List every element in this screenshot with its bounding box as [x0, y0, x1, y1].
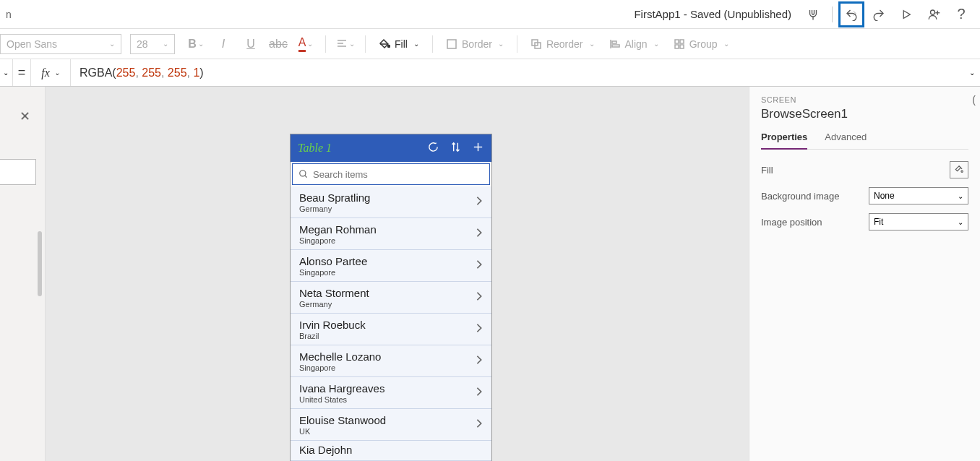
sort-icon[interactable] — [450, 141, 462, 156]
refresh-icon[interactable] — [427, 141, 439, 156]
font-color-button[interactable]: A⌄ — [293, 33, 318, 55]
reorder-button[interactable]: Reorder⌄ — [525, 33, 601, 55]
equals-sign: = — [13, 65, 30, 80]
chevron-right-icon — [476, 323, 483, 336]
tab-properties[interactable]: Properties — [761, 132, 807, 150]
chevron-right-icon — [476, 259, 483, 272]
font-size-dropdown[interactable]: 28⌄ — [130, 34, 175, 54]
list-item[interactable]: Alonso ParteeSingapore — [291, 250, 491, 282]
list-item[interactable]: Megan RohmanSingapore — [291, 218, 491, 250]
svg-point-8 — [388, 45, 390, 47]
fill-button[interactable]: Fill⌄ — [373, 33, 425, 55]
chevron-right-icon — [476, 355, 483, 368]
svg-rect-9 — [447, 40, 456, 48]
list-item[interactable]: Kia Dejohn — [291, 441, 491, 461]
italic-button[interactable]: I — [211, 33, 236, 55]
close-icon[interactable]: ✕ — [20, 108, 30, 124]
scrollbar[interactable] — [38, 231, 42, 296]
svg-point-2 — [931, 10, 935, 14]
undo-button[interactable] — [838, 1, 864, 27]
play-button[interactable] — [893, 1, 919, 27]
list-item[interactable]: Mechelle LozanoSingapore — [291, 345, 491, 377]
app-checker-icon[interactable] — [800, 1, 826, 27]
app-title: Table 1 — [298, 142, 332, 155]
formula-input[interactable]: RGBA(255, 255, 255, 1) — [71, 59, 963, 86]
border-button[interactable]: Border⌄ — [440, 33, 510, 55]
group-button[interactable]: Group⌄ — [668, 33, 735, 55]
redo-button[interactable] — [866, 1, 892, 27]
app-preview[interactable]: Table 1 Beau SpratlingGermany Megan Rohm… — [290, 134, 492, 461]
screen-name: BrowseScreen1 — [761, 107, 968, 121]
chevron-right-icon — [476, 291, 483, 304]
app-header: Table 1 — [291, 134, 491, 162]
bgimage-dropdown[interactable]: None⌄ — [869, 187, 968, 204]
fill-property-label: Fill — [761, 165, 773, 176]
info-icon[interactable]: ( — [972, 94, 976, 105]
search-icon — [298, 169, 309, 179]
bgimage-property-label: Background image — [761, 191, 839, 202]
list-item[interactable]: Ivana HargreavesUnited States — [291, 377, 491, 409]
fx-button[interactable]: fx ⌄ — [30, 59, 71, 86]
left-panel-field[interactable] — [0, 159, 36, 185]
list-item[interactable]: Neta StormentGermany — [291, 282, 491, 314]
chevron-right-icon — [476, 196, 483, 209]
align-button[interactable]: Align⌄ — [603, 33, 665, 55]
property-dropdown[interactable]: ⌄ — [0, 59, 13, 86]
list-item[interactable]: Beau SpratlingGermany — [291, 186, 491, 218]
svg-rect-15 — [675, 40, 679, 43]
bold-button[interactable]: B⌄ — [184, 33, 208, 55]
underline-button[interactable]: U — [238, 33, 263, 55]
chevron-right-icon — [476, 228, 483, 241]
svg-rect-16 — [680, 40, 684, 43]
text-align-button[interactable]: ⌄ — [333, 33, 358, 55]
svg-marker-1 — [903, 10, 910, 18]
svg-rect-17 — [675, 45, 679, 48]
font-family-dropdown[interactable]: Open Sans⌄ — [0, 34, 121, 54]
help-icon[interactable]: ? — [948, 1, 974, 27]
svg-line-22 — [305, 176, 307, 178]
svg-rect-18 — [680, 45, 684, 48]
list-item[interactable]: Elouise StanwoodUK — [291, 409, 491, 441]
canvas[interactable]: Table 1 Beau SpratlingGermany Megan Rohm… — [46, 87, 749, 461]
imgpos-property-label: Image position — [761, 217, 822, 228]
app-title: FirstApp1 - Saved (Unpublished) — [58, 8, 800, 20]
add-icon[interactable] — [472, 141, 484, 156]
imgpos-dropdown[interactable]: Fit⌄ — [869, 213, 968, 231]
panel-kind: SCREEN — [761, 95, 968, 104]
tab-advanced[interactable]: Advanced — [825, 132, 867, 149]
svg-point-23 — [961, 171, 963, 172]
share-button[interactable] — [921, 1, 947, 27]
chevron-right-icon — [476, 387, 483, 400]
svg-rect-13 — [612, 41, 616, 43]
strikethrough-button[interactable]: abc — [266, 33, 291, 55]
expand-formula-icon[interactable]: ⌄ — [963, 69, 980, 77]
svg-rect-14 — [612, 45, 619, 47]
list-item[interactable]: Irvin RoebuckBrazil — [291, 314, 491, 345]
titlebar-left: n — [0, 9, 58, 20]
chevron-right-icon — [476, 418, 483, 431]
fill-color-swatch[interactable] — [950, 161, 968, 178]
svg-point-21 — [300, 171, 306, 176]
search-box[interactable] — [292, 163, 490, 185]
search-input[interactable] — [313, 169, 483, 180]
